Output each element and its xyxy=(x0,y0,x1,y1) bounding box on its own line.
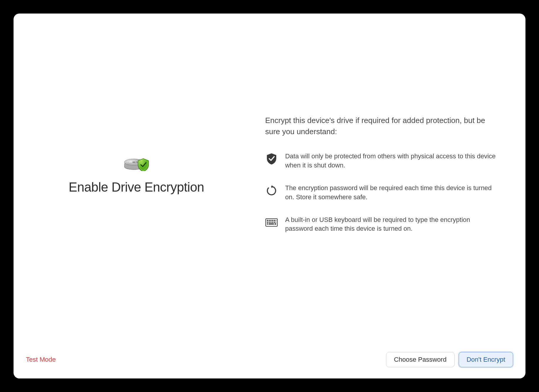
svg-rect-17 xyxy=(276,222,276,223)
info-item-keyboard: A built-in or USB keyboard will be requi… xyxy=(265,215,496,234)
svg-rect-8 xyxy=(270,220,272,221)
page-title: Enable Drive Encryption xyxy=(69,180,204,195)
svg-point-4 xyxy=(132,162,135,163)
svg-rect-13 xyxy=(269,222,270,223)
right-panel: Encrypt this device's drive if required … xyxy=(259,14,525,378)
svg-rect-12 xyxy=(267,222,268,223)
svg-rect-20 xyxy=(275,223,276,225)
refresh-icon xyxy=(265,184,278,197)
svg-rect-6 xyxy=(267,220,268,221)
left-panel: Enable Drive Encryption xyxy=(14,0,259,378)
info-item-protection: Data will only be protected from others … xyxy=(265,152,496,170)
choose-password-button[interactable]: Choose Password xyxy=(386,352,455,367)
svg-rect-18 xyxy=(267,223,268,225)
test-mode-label: Test Mode xyxy=(26,356,56,363)
svg-rect-10 xyxy=(274,220,275,221)
drive-encryption-window: Enable Drive Encryption Encrypt this dev… xyxy=(14,14,525,378)
svg-rect-9 xyxy=(272,220,273,221)
info-text: Data will only be protected from others … xyxy=(285,152,496,170)
svg-rect-19 xyxy=(269,223,274,225)
footer: Test Mode Choose Password Don't Encrypt xyxy=(26,352,513,367)
info-text: The encryption password will be required… xyxy=(285,184,496,202)
dont-encrypt-button[interactable]: Don't Encrypt xyxy=(459,352,513,367)
intro-text: Encrypt this device's drive if required … xyxy=(265,115,496,137)
button-group: Choose Password Don't Encrypt xyxy=(386,352,513,367)
svg-rect-14 xyxy=(270,222,272,223)
svg-rect-11 xyxy=(276,220,276,221)
svg-rect-16 xyxy=(274,222,275,223)
svg-rect-7 xyxy=(269,220,270,221)
shield-check-icon xyxy=(265,152,278,165)
info-item-password: The encryption password will be required… xyxy=(265,184,496,202)
keyboard-icon xyxy=(265,216,278,229)
info-text: A built-in or USB keyboard will be requi… xyxy=(285,215,496,234)
drive-shield-icon xyxy=(123,150,150,171)
svg-rect-15 xyxy=(272,222,273,223)
